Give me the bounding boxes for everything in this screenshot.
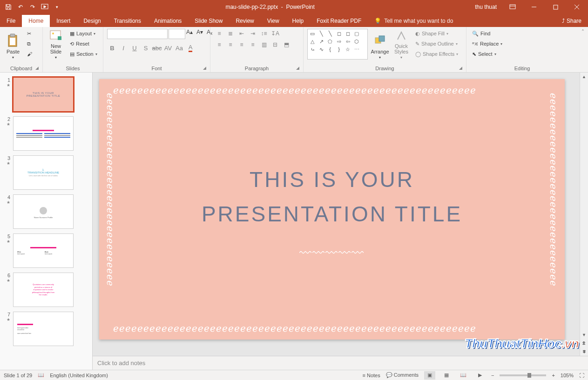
smartart-button[interactable]: ⬒ xyxy=(281,40,291,49)
slideshow-view-icon[interactable]: ▶ xyxy=(474,371,486,380)
close-icon[interactable] xyxy=(568,0,586,14)
numbering-button[interactable]: ≣ xyxy=(225,29,236,38)
tab-transitions[interactable]: Transitions xyxy=(108,15,148,27)
columns-button[interactable]: ▥ xyxy=(259,40,269,49)
tab-home[interactable]: Home xyxy=(22,15,50,27)
slide-thumbnail-4[interactable]: Name Surname Profile xyxy=(13,194,74,229)
justify-button[interactable]: ≡ xyxy=(248,40,258,49)
maximize-icon[interactable] xyxy=(546,0,565,14)
slide-thumbnail-3[interactable]: 1.TRANSITION HEADLINELet's start with th… xyxy=(13,155,74,190)
quick-styles-button[interactable]: Quick Styles▾ xyxy=(392,29,411,60)
slide-thumbnail-7[interactable]: lorem ipsum dolorsecond linemore content… xyxy=(13,312,74,346)
underline-button[interactable]: U xyxy=(129,43,140,53)
comments-toggle[interactable]: 💬 Comments xyxy=(386,372,419,378)
decrease-indent-button[interactable]: ⇤ xyxy=(237,29,247,38)
slide-thumbnail-2[interactable] xyxy=(13,116,74,151)
scroll-down-icon[interactable]: ▼ xyxy=(582,331,586,339)
scroll-up-icon[interactable]: ▲ xyxy=(582,73,586,81)
bullets-button[interactable]: ≡ xyxy=(214,29,224,38)
character-spacing-button[interactable]: AV xyxy=(163,43,173,53)
tab-design[interactable]: Design xyxy=(77,15,107,27)
align-center-button[interactable]: ≡ xyxy=(225,40,236,49)
find-button[interactable]: 🔍Find xyxy=(470,29,504,38)
fit-to-window-icon[interactable]: ⛶ xyxy=(579,373,584,378)
slide-sorter-view-icon[interactable]: ▦ xyxy=(441,371,452,380)
change-case-button[interactable]: Aa xyxy=(174,43,184,53)
cut-button[interactable]: ✂ xyxy=(25,29,34,38)
text-direction-button[interactable]: ↧A xyxy=(270,29,280,38)
dialog-launcher-icon[interactable]: ◢ xyxy=(459,66,462,70)
previous-slide-icon[interactable]: ⯭ xyxy=(582,339,586,347)
minimize-icon[interactable] xyxy=(525,0,543,14)
current-slide[interactable]: ℯℯℯℯℯℯℯℯℯℯℯℯℯℯℯℯℯℯℯℯℯℯℯℯℯℯℯℯℯℯℯℯℯℯℯℯℯℯℯℯ… xyxy=(99,79,565,340)
font-color-button[interactable]: A xyxy=(185,43,196,53)
slide-title-text[interactable]: This is your presentation title xyxy=(99,163,565,231)
zoom-slider[interactable] xyxy=(500,374,546,376)
slide-counter[interactable]: Slide 1 of 29 xyxy=(4,373,32,378)
replace-button[interactable]: ᵃ⤮Replace▾ xyxy=(470,39,504,48)
format-painter-button[interactable]: 🖌 xyxy=(25,49,34,59)
tab-review[interactable]: Review xyxy=(229,15,260,27)
vertical-scrollbar[interactable]: ▲ ▼ ⯭ ⯯ xyxy=(580,73,588,356)
ribbon-display-options-icon[interactable] xyxy=(503,0,522,14)
strikethrough-button[interactable]: abc xyxy=(152,43,162,53)
reset-button[interactable]: ⟲Reset xyxy=(68,39,99,48)
share-button[interactable]: ⤴ Share xyxy=(555,15,588,27)
arrange-button[interactable]: Arrange▾ xyxy=(371,29,389,60)
zoom-in-icon[interactable]: + xyxy=(552,373,554,378)
zoom-out-icon[interactable]: − xyxy=(491,373,494,378)
redo-icon[interactable]: ↷ xyxy=(27,2,38,12)
shape-effects-button[interactable]: ◯Shape Effects▾ xyxy=(413,49,460,59)
increase-indent-button[interactable]: ⇥ xyxy=(248,29,258,38)
shape-outline-button[interactable]: ✎Shape Outline▾ xyxy=(413,39,460,48)
increase-font-icon[interactable]: A▴ xyxy=(186,29,196,39)
tab-foxit[interactable]: Foxit Reader PDF xyxy=(310,15,368,27)
align-left-button[interactable]: ≡ xyxy=(214,40,224,49)
tell-me-search[interactable]: 💡 Tell me what you want to do xyxy=(368,15,460,27)
reading-view-icon[interactable]: 📖 xyxy=(458,371,469,380)
collapse-ribbon-icon[interactable]: ˄ xyxy=(581,29,584,35)
notes-toggle[interactable]: ≡ Notes xyxy=(363,373,380,378)
notes-pane[interactable]: Click to add notes xyxy=(93,356,588,370)
section-button[interactable]: ▤Section▾ xyxy=(68,49,99,59)
copy-button[interactable]: ⧉ xyxy=(25,39,34,48)
new-slide-button[interactable]: New Slide ▾ xyxy=(47,29,65,60)
qat-customize-icon[interactable]: ▾ xyxy=(51,2,62,12)
italic-button[interactable]: I xyxy=(118,43,128,53)
tab-insert[interactable]: Insert xyxy=(50,15,77,27)
undo-icon[interactable]: ↶ xyxy=(15,2,26,12)
slide-thumbnail-5[interactable]: Whitelorem ipsumBlacklorem ipsum xyxy=(13,233,74,268)
save-icon[interactable] xyxy=(3,2,14,12)
font-name-input[interactable] xyxy=(107,29,168,39)
slide-thumbnails-pane[interactable]: 1★ THIS IS YOURPRESENTATION TITLE 2★ 3★ … xyxy=(0,73,93,370)
spellcheck-icon[interactable]: 📖 xyxy=(38,372,44,378)
select-button[interactable]: ⬉Select▾ xyxy=(470,49,504,59)
tab-view[interactable]: View xyxy=(261,15,286,27)
language-indicator[interactable]: English (United Kingdom) xyxy=(50,373,108,378)
align-text-button[interactable]: ⊟ xyxy=(270,40,280,49)
zoom-level[interactable]: 105% xyxy=(561,373,574,378)
next-slide-icon[interactable]: ⯯ xyxy=(582,347,586,356)
line-spacing-button[interactable]: ↕≡ xyxy=(259,29,269,38)
tab-help[interactable]: Help xyxy=(286,15,311,27)
paste-button[interactable]: Paste ▾ xyxy=(4,29,22,60)
layout-button[interactable]: ▦Layout▾ xyxy=(68,29,99,38)
decrease-font-icon[interactable]: A▾ xyxy=(196,29,206,39)
tab-animations[interactable]: Animations xyxy=(148,15,188,27)
bold-button[interactable]: B xyxy=(107,43,117,53)
shapes-gallery[interactable]: ▭╲╲◻◻▢ △↗⬠⇨⇦⬡ ⤿∿{}☆⋯ xyxy=(307,29,368,60)
slide-canvas[interactable]: ℯℯℯℯℯℯℯℯℯℯℯℯℯℯℯℯℯℯℯℯℯℯℯℯℯℯℯℯℯℯℯℯℯℯℯℯℯℯℯℯ… xyxy=(93,73,580,356)
font-size-input[interactable] xyxy=(169,29,185,39)
dialog-launcher-icon[interactable]: ◢ xyxy=(203,66,206,70)
dialog-launcher-icon[interactable]: ◢ xyxy=(35,66,39,70)
shape-fill-button[interactable]: ◐Shape Fill▾ xyxy=(413,29,460,38)
tab-file[interactable]: File xyxy=(0,15,22,27)
tab-slideshow[interactable]: Slide Show xyxy=(188,15,229,27)
normal-view-icon[interactable]: ▣ xyxy=(424,371,435,380)
slide-thumbnail-1[interactable]: THIS IS YOURPRESENTATION TITLE xyxy=(13,77,74,112)
dialog-launcher-icon[interactable]: ◢ xyxy=(296,66,299,70)
align-right-button[interactable]: ≡ xyxy=(237,40,247,49)
slide-thumbnail-6[interactable]: Quotations are commonlyprinted as a mean… xyxy=(13,273,74,307)
shadow-button[interactable]: S xyxy=(141,43,151,53)
start-from-beginning-icon[interactable] xyxy=(39,2,50,12)
